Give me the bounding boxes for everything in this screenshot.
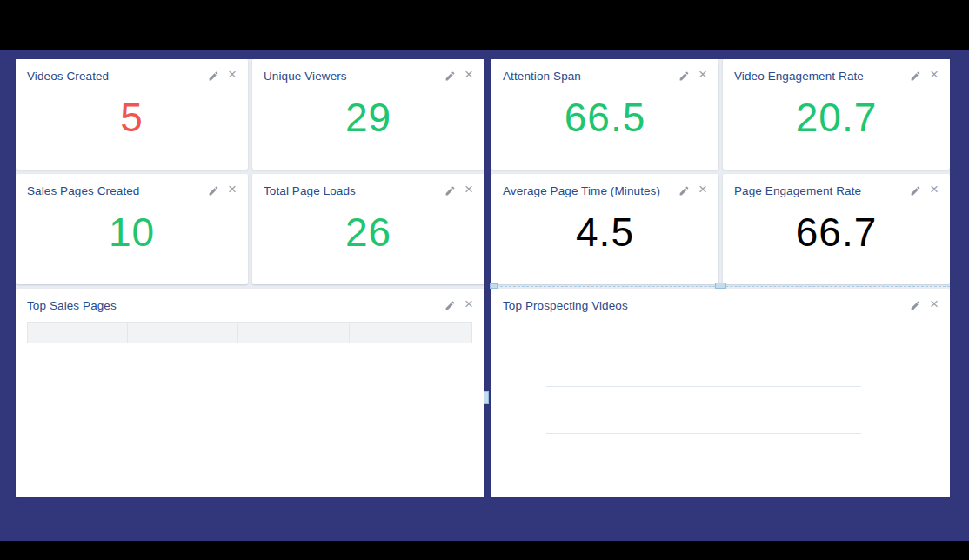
kpi-card-attention-span: Attention Span × 66.5 <box>491 59 718 170</box>
panel-title: Top Sales Pages <box>27 299 117 312</box>
kpi-card-sales-pages-created: Sales Pages Created × 10 <box>16 174 248 284</box>
top-prospecting-videos-panel[interactable]: Top Prospecting Videos × <box>491 289 950 497</box>
resize-handle-top-center[interactable] <box>715 283 726 289</box>
kpi-value: 20.7 <box>734 76 939 159</box>
top-sales-pages-panel: Top Sales Pages × <box>16 289 484 497</box>
kpi-card-videos-created: Videos Created × 5 <box>16 59 248 170</box>
gridline-400 <box>546 386 861 387</box>
kpi-card-video-engagement-rate: Video Engagement Rate × 20.7 <box>723 59 950 170</box>
close-icon[interactable]: × <box>464 297 473 311</box>
panel-title: Top Prospecting Videos <box>503 299 628 312</box>
sales-pages-table <box>27 322 472 343</box>
gridline-200 <box>546 433 861 434</box>
kpi-card-page-engagement-rate: Page Engagement Rate × 66.7 <box>723 174 950 284</box>
kpi-card-average-page-time: Average Page Time (Minutes) × 4.5 <box>491 174 718 284</box>
edit-icon[interactable] <box>444 300 456 311</box>
resize-handle-left-middle[interactable] <box>484 391 489 404</box>
column-header <box>128 323 238 343</box>
dashboard-background: Videos Created × 5 Unique Viewers × 29 <box>0 50 969 541</box>
resize-handle-top-left[interactable] <box>490 283 498 289</box>
edit-icon[interactable] <box>910 300 921 311</box>
dashboard-grid: Videos Created × 5 Unique Viewers × 29 <box>16 59 950 497</box>
kpi-value: 26 <box>264 190 473 274</box>
column-header <box>28 323 128 343</box>
kpi-value: 66.5 <box>503 76 707 159</box>
column-header <box>350 323 472 343</box>
kpi-value: 66.7 <box>734 190 939 274</box>
kpi-value: 29 <box>264 76 473 159</box>
dashboard-right-column: Attention Span × 66.5 Video Engagement R… <box>491 59 950 497</box>
dashboard-left-column: Videos Created × 5 Unique Viewers × 29 <box>16 59 484 497</box>
table-header-row <box>28 323 472 343</box>
bar-chart-plot-area <box>546 386 861 480</box>
close-icon[interactable]: × <box>930 297 939 311</box>
kpi-value: 5 <box>27 76 237 159</box>
kpi-value: 10 <box>27 190 237 274</box>
kpi-value: 4.5 <box>503 190 707 274</box>
kpi-card-total-page-loads: Total Page Loads × 26 <box>252 174 484 284</box>
column-header <box>238 323 350 343</box>
kpi-card-unique-viewers: Unique Viewers × 29 <box>252 59 484 170</box>
